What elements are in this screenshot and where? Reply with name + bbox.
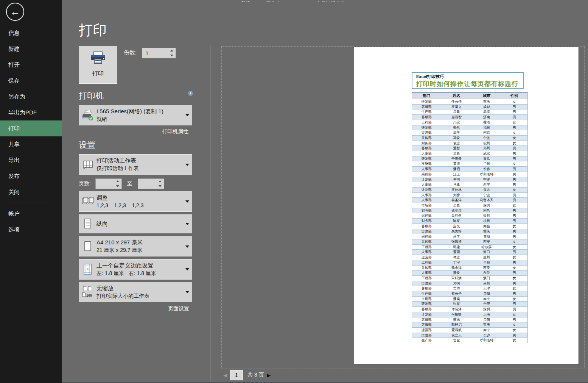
back-button[interactable]: ← bbox=[6, 3, 24, 21]
sidebar-item[interactable]: 打印 bbox=[0, 120, 62, 136]
table-cell: 财务部 bbox=[412, 141, 441, 146]
sidebar-item[interactable]: 导出为PDF bbox=[0, 105, 62, 120]
table-cell: 男 bbox=[501, 182, 528, 188]
info-icon[interactable]: i bbox=[188, 91, 193, 96]
sidebar-item[interactable]: 打开 bbox=[0, 57, 62, 73]
page-setup-link[interactable]: 页面设置 bbox=[168, 305, 189, 312]
table-cell: 张晨博 bbox=[441, 239, 472, 244]
table-cell: 哈尔滨 bbox=[472, 244, 501, 250]
prev-page-icon[interactable]: ◀ bbox=[223, 372, 227, 378]
table-cell: 陈家 bbox=[441, 219, 472, 224]
chevron-down-icon bbox=[183, 114, 192, 116]
table-cell: 人事部 bbox=[412, 270, 441, 276]
table-cell: 人事部 bbox=[412, 151, 441, 156]
table-cell: 研发部 bbox=[412, 156, 441, 161]
table-cell: 青岛 bbox=[472, 156, 501, 161]
sidebar-item[interactable]: 共享 bbox=[0, 136, 62, 152]
table-row: 渠道部邓明苏州男 bbox=[412, 281, 528, 286]
preview-table-header-row: 部门姓名城市性别 bbox=[412, 93, 528, 99]
table-cell: 女 bbox=[501, 322, 528, 328]
chevron-down-icon bbox=[183, 200, 192, 203]
table-cell: 客服部 bbox=[412, 317, 441, 322]
table-cell: 赵涵智 bbox=[441, 115, 472, 120]
table-row: 采购部苏学贵阳男 bbox=[412, 234, 528, 239]
table-cell: 客服部 bbox=[412, 224, 441, 229]
table-cell: 女 bbox=[501, 275, 528, 281]
table-cell: 女 bbox=[501, 224, 528, 229]
sidebar-item[interactable]: 另存为 bbox=[0, 89, 62, 105]
collation-line1: 调整 bbox=[96, 194, 183, 202]
table-cell: 男 bbox=[501, 146, 528, 151]
margins-dropdown[interactable]: ★ 上一个自定义边距设置 左: 1.8 厘米 右: 1.8 厘米 bbox=[79, 259, 192, 280]
sidebar-item[interactable]: 保存 bbox=[0, 73, 62, 89]
spin-down-icon[interactable] bbox=[170, 55, 173, 56]
table-cell: 董博 bbox=[441, 161, 472, 167]
printer-dropdown[interactable]: L565 Series(网络) (复制 1) 就绪 bbox=[79, 105, 192, 125]
current-page-input[interactable] bbox=[230, 370, 243, 380]
table-cell: 汪玉 bbox=[441, 172, 472, 177]
table-cell: 女 bbox=[501, 265, 528, 270]
table-cell: 计划部 bbox=[412, 187, 441, 192]
table-cell: 朱志轩 bbox=[441, 229, 472, 234]
table-cell: 女 bbox=[501, 239, 528, 244]
table-cell: 男 bbox=[501, 270, 528, 276]
table-cell: 女 bbox=[501, 327, 528, 333]
print-button[interactable]: 打印 bbox=[79, 46, 117, 84]
paper-size-dropdown[interactable]: A4 210 x 297 毫米 21 厘米 x 29.7 厘米 bbox=[79, 236, 192, 256]
table-cell: 人事部 bbox=[412, 182, 441, 188]
table-row: 渠道部朱志轩重庆男 bbox=[412, 229, 528, 234]
spin-up-icon[interactable] bbox=[170, 50, 173, 52]
table-cell: 西安 bbox=[472, 239, 501, 244]
collation-dropdown[interactable]: 调整 1,2,3 1,2,3 1,2,3 bbox=[79, 191, 192, 212]
scaling-dropdown[interactable]: 100 无缩放 打印实际大小的工作表 bbox=[79, 282, 192, 302]
table-cell: 南宁 bbox=[472, 296, 501, 302]
table-cell: 男 bbox=[501, 156, 528, 161]
table-cell: 男 bbox=[501, 234, 528, 239]
table-cell: 成都 bbox=[472, 104, 501, 109]
pages-row: 页数: 至 bbox=[79, 178, 164, 189]
table-cell: 女 bbox=[501, 187, 528, 192]
paper-icon bbox=[79, 241, 96, 252]
table-header-cell: 姓名 bbox=[441, 93, 472, 99]
copies-row: 份数: bbox=[124, 48, 176, 58]
sidebar-item[interactable]: 导出 bbox=[0, 152, 62, 168]
table-cell: 计划部 bbox=[412, 312, 441, 317]
copies-spin-arrows[interactable] bbox=[169, 48, 175, 58]
table-row: 人事部姜圣洋乌鲁木齐男 bbox=[412, 198, 528, 203]
margins-line1: 上一个自定义边距设置 bbox=[96, 262, 183, 269]
table-cell: 香港 bbox=[472, 120, 501, 125]
table-cell: 曾金 bbox=[441, 338, 472, 343]
sidebar-item[interactable]: 帐户 bbox=[0, 206, 62, 222]
print-what-dropdown[interactable]: 打印活动工作表 仅打印活动工作表 bbox=[79, 154, 192, 175]
copies-stepper[interactable] bbox=[142, 48, 176, 58]
table-row: 工程部郭建哈尔滨女 bbox=[412, 244, 528, 250]
table-header-cell: 城市 bbox=[472, 93, 501, 99]
pages-from-stepper[interactable] bbox=[95, 178, 122, 189]
table-cell: 宋轩润 bbox=[441, 275, 472, 281]
sidebar-item[interactable]: 新建 bbox=[0, 41, 62, 57]
orientation-dropdown[interactable]: 纵向 bbox=[79, 214, 192, 233]
table-cell: 吴豪 bbox=[441, 203, 472, 208]
sidebar-items: 信息新建打开保存另存为导出为PDF打印共享导出发布关闭帐户选项 bbox=[0, 25, 62, 238]
table-cell: 于宏景 bbox=[441, 156, 472, 161]
table-row: 人事部董雨海口男 bbox=[412, 250, 528, 255]
table-cell: 兰州 bbox=[472, 161, 501, 167]
table-row: 工程部宋轩润澳门女 bbox=[412, 275, 528, 281]
next-page-icon[interactable]: ▶ bbox=[267, 372, 271, 378]
sidebar-item[interactable]: 发布 bbox=[0, 168, 62, 184]
table-cell: 客服部 bbox=[412, 115, 441, 120]
table-cell: 海口 bbox=[472, 250, 501, 255]
chevron-down-icon bbox=[183, 268, 192, 270]
table-row: 人事部吴辰武汉男 bbox=[412, 151, 528, 156]
pages-to-stepper[interactable] bbox=[138, 178, 164, 189]
table-row: 市场部董博兰州女 bbox=[412, 161, 528, 167]
sidebar-item[interactable]: 选项 bbox=[0, 222, 62, 238]
table-row: 人事部刘彦宁波男 bbox=[412, 192, 528, 198]
printer-properties-link[interactable]: 打印机属性 bbox=[162, 128, 188, 135]
table-cell: 男 bbox=[501, 109, 528, 115]
table-row: 采购部汪玉呼和浩特男 bbox=[412, 172, 528, 177]
table-cell: 女 bbox=[501, 141, 528, 146]
table-cell: 蔡云子 bbox=[441, 291, 472, 297]
sidebar-item[interactable]: 关闭 bbox=[0, 184, 62, 200]
sidebar-item[interactable]: 信息 bbox=[0, 25, 62, 41]
